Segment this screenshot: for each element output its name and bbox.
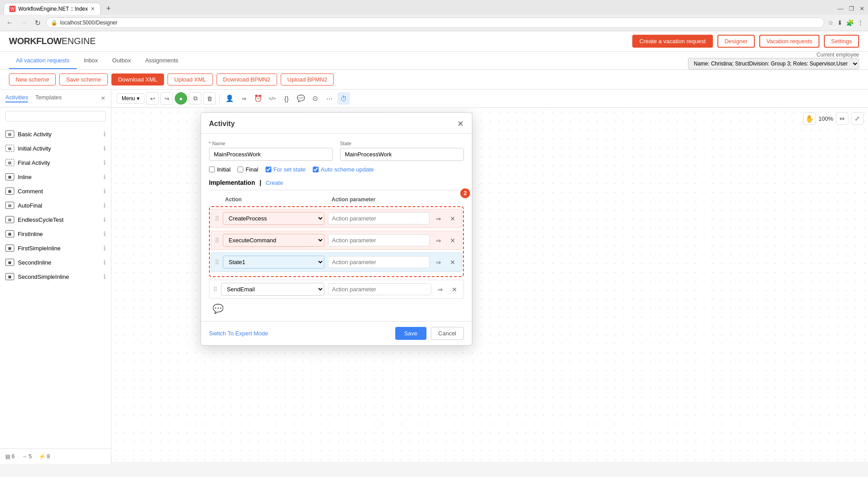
- nav-tab-all[interactable]: All vacation requests: [9, 53, 77, 69]
- reload-button[interactable]: ↻: [33, 18, 42, 28]
- url-bar[interactable]: 🔒 localhost:5000/Designer: [46, 17, 824, 28]
- nav-tab-outbox[interactable]: Outbox: [105, 53, 138, 69]
- window-restore[interactable]: ❐: [849, 5, 854, 12]
- window-close[interactable]: ✕: [860, 5, 864, 12]
- remove-button-createprocess[interactable]: ✕: [447, 213, 458, 224]
- info-icon[interactable]: ℹ: [103, 202, 106, 209]
- upload-xml-button[interactable]: Upload XML: [168, 73, 213, 86]
- drag-handle-icon[interactable]: ⠿: [215, 237, 219, 244]
- designer-button[interactable]: Designer: [717, 35, 755, 48]
- info-icon[interactable]: ℹ: [103, 130, 106, 138]
- download-icon[interactable]: ⬇: [837, 19, 843, 26]
- list-item[interactable]: ▤ Basic Activity ℹ: [0, 127, 111, 141]
- timer-tool[interactable]: ⏰: [252, 92, 264, 105]
- for-set-state-checkbox[interactable]: For set state: [266, 166, 306, 173]
- bookmark-icon[interactable]: ☆: [828, 19, 834, 26]
- transition-tool[interactable]: ⇒: [237, 92, 250, 105]
- info-icon[interactable]: ℹ: [103, 259, 106, 266]
- braces-tool[interactable]: {}: [280, 92, 293, 105]
- save-scheme-button[interactable]: Save scheme: [59, 73, 108, 86]
- window-minimize[interactable]: —: [838, 5, 843, 12]
- copy-button[interactable]: ⧉: [189, 92, 201, 105]
- action-select-executecommand[interactable]: ExecuteCommand: [223, 234, 324, 247]
- modal-close-button[interactable]: ✕: [457, 119, 464, 129]
- canvas[interactable]: ✋ 100% ⇔ ⤢: [111, 108, 868, 462]
- extension-icon[interactable]: 🧩: [846, 19, 854, 26]
- final-checkbox[interactable]: Final: [237, 166, 258, 173]
- undo-button[interactable]: ↩: [146, 92, 159, 105]
- list-item[interactable]: ▦ FirstInline ℹ: [0, 227, 111, 241]
- zoom-fit-button[interactable]: ⇔: [836, 112, 848, 125]
- history-tool[interactable]: ⏱: [337, 92, 350, 105]
- create-vacation-button[interactable]: Create a vacation request: [632, 35, 713, 48]
- upload-bpmn2-button[interactable]: Upload BPMN2: [281, 73, 334, 86]
- add-action-button[interactable]: 💬: [209, 303, 224, 314]
- list-item[interactable]: ▦ SecondSimpleInline ℹ: [0, 269, 111, 284]
- list-item[interactable]: ▦ Comment ℹ: [0, 184, 111, 198]
- cancel-button[interactable]: Cancel: [431, 327, 464, 340]
- list-item[interactable]: ▦ SecondInline ℹ: [0, 255, 111, 269]
- state-input[interactable]: [340, 148, 464, 161]
- new-scheme-button[interactable]: New scheme: [9, 73, 56, 86]
- select-tool[interactable]: 👤: [223, 92, 236, 105]
- info-icon[interactable]: ℹ: [103, 273, 106, 280]
- search-input[interactable]: [5, 111, 106, 122]
- expand-button-createprocess[interactable]: ⇒: [433, 213, 444, 224]
- list-item[interactable]: ▤ Initial Activity ℹ: [0, 141, 111, 155]
- redo-button[interactable]: ↪: [160, 92, 173, 105]
- menu-button[interactable]: Menu ▾: [117, 93, 144, 104]
- info-icon[interactable]: ℹ: [103, 159, 106, 166]
- remove-button-state1[interactable]: ✕: [447, 257, 458, 268]
- play-button[interactable]: ●: [175, 92, 187, 105]
- comment-tool[interactable]: 💬: [295, 92, 307, 105]
- browser-tab-active[interactable]: W WorkflowEngine.NET :: Index ✕: [4, 3, 101, 15]
- info-icon[interactable]: ℹ: [103, 245, 106, 252]
- remove-button-sendemail[interactable]: ✕: [449, 284, 460, 295]
- info-icon[interactable]: ℹ: [103, 145, 106, 152]
- list-item[interactable]: ▤ EndlessCycleTest ℹ: [0, 212, 111, 227]
- expand-button-state1[interactable]: ⇒: [433, 257, 444, 268]
- info-icon[interactable]: ℹ: [103, 216, 106, 223]
- drag-handle-icon[interactable]: ⠿: [213, 286, 217, 293]
- action-select-sendemail[interactable]: SendEmail: [221, 283, 324, 296]
- drag-handle-icon[interactable]: ⠿: [215, 215, 219, 222]
- info-icon[interactable]: ℹ: [103, 230, 106, 237]
- drag-handle-icon[interactable]: ⠿: [215, 259, 219, 266]
- action-select-state1[interactable]: State1: [223, 256, 324, 269]
- tab-templates[interactable]: Templates: [35, 94, 61, 102]
- select-box-tool[interactable]: ⋯: [323, 92, 336, 105]
- menu-icon[interactable]: ⋮: [857, 19, 864, 26]
- list-item[interactable]: ▦ Inline ℹ: [0, 170, 111, 184]
- delete-button[interactable]: 🗑: [203, 92, 216, 105]
- expand-button-sendemail[interactable]: ⇒: [435, 284, 446, 295]
- initial-checkbox[interactable]: Initial: [209, 166, 230, 173]
- expand-button-executecommand[interactable]: ⇒: [433, 235, 444, 246]
- zoom-fullscreen-button[interactable]: ⤢: [851, 112, 864, 125]
- nav-tab-inbox[interactable]: Inbox: [77, 53, 105, 69]
- list-item[interactable]: ▤ Final Activity ℹ: [0, 155, 111, 170]
- param-input-executecommand[interactable]: [328, 234, 430, 246]
- tab-close-button[interactable]: ✕: [90, 6, 95, 12]
- circle-tool[interactable]: ⊙: [309, 92, 321, 105]
- download-xml-button[interactable]: Download XML: [111, 73, 164, 86]
- auto-scheme-checkbox[interactable]: Auto scheme update: [313, 166, 374, 173]
- param-input-createprocess[interactable]: [328, 212, 430, 224]
- tab-activities[interactable]: Activities: [5, 94, 28, 102]
- name-input[interactable]: [209, 148, 333, 161]
- download-bpmn2-button[interactable]: Download BPMN2: [217, 73, 277, 86]
- hand-tool-icon[interactable]: ✋: [803, 112, 816, 125]
- create-link[interactable]: Create: [266, 179, 283, 186]
- code-tool[interactable]: </>: [266, 92, 278, 105]
- param-input-state1[interactable]: [328, 256, 430, 268]
- save-button[interactable]: Save: [395, 327, 426, 340]
- back-button[interactable]: ←: [4, 18, 15, 28]
- remove-button-executecommand[interactable]: ✕: [447, 235, 458, 246]
- forward-button[interactable]: →: [19, 18, 29, 28]
- vacation-requests-button[interactable]: Vacation requests: [759, 35, 819, 48]
- info-icon[interactable]: ℹ: [103, 173, 106, 180]
- list-item[interactable]: ▦ FirstSimpleInline ℹ: [0, 241, 111, 255]
- info-icon[interactable]: ℹ: [103, 188, 106, 195]
- employee-select[interactable]: Name: Christina; StructDivision: Group 3…: [688, 58, 859, 69]
- action-select-createprocess[interactable]: CreateProcess: [223, 212, 324, 225]
- panel-close-icon[interactable]: ✕: [101, 95, 106, 102]
